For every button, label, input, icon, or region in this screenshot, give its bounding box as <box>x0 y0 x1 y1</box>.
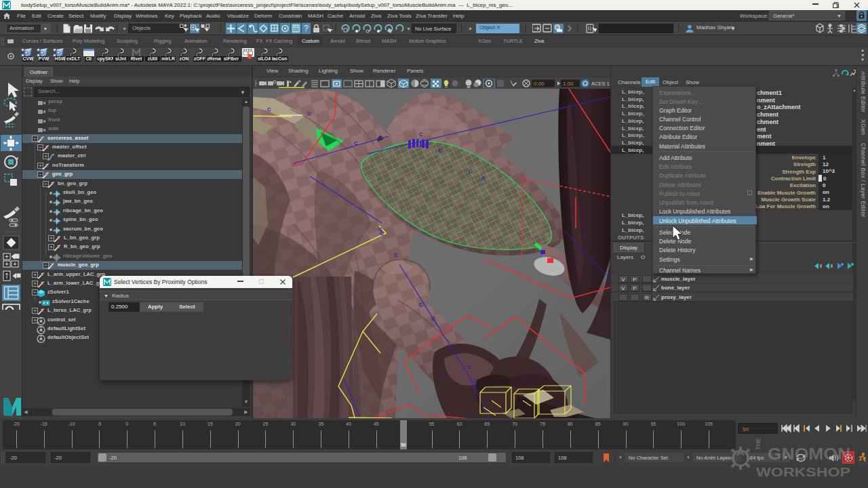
svg-text:GNOMON: GNOMON <box>768 445 850 463</box>
svg-text:C: C <box>441 374 446 380</box>
svg-text:C: C <box>481 176 486 182</box>
svg-text:C: C <box>431 316 435 322</box>
svg-text:C: C <box>380 230 384 237</box>
svg-text:C: C <box>469 168 473 174</box>
svg-text:C: C <box>419 302 423 308</box>
svg-text:C: C <box>467 364 471 370</box>
svg-text:C: C <box>307 110 311 117</box>
svg-text:?: ? <box>304 24 309 33</box>
svg-text:C: C <box>378 135 382 141</box>
svg-text:C: C <box>267 106 271 113</box>
svg-text:0.00: 0.00 <box>534 81 545 87</box>
svg-text:C: C <box>354 140 358 146</box>
svg-text:C: C <box>473 378 477 384</box>
svg-text:ACES 1.0 SDR-v: ACES 1.0 SDR-v <box>591 81 610 87</box>
svg-text:THE: THE <box>755 438 762 450</box>
svg-text:1.00: 1.00 <box>563 81 574 87</box>
svg-text:C: C <box>394 252 398 258</box>
svg-text:WORKSHOP: WORKSHOP <box>756 465 850 479</box>
svg-text:C: C <box>419 131 423 138</box>
svg-text:C: C <box>438 148 442 154</box>
